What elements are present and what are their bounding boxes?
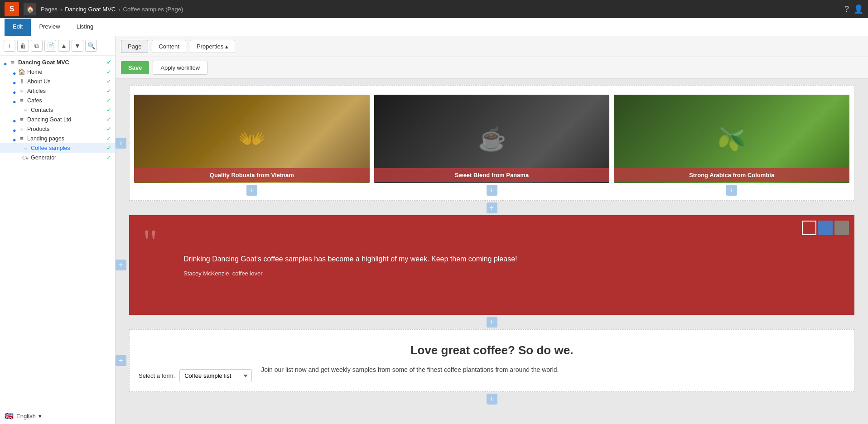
workflow-button[interactable]: Apply workflow [153, 61, 207, 75]
products-tree-icon: ≡ [18, 125, 25, 132]
sidebar-item-articles[interactable]: ● ≡ Articles ✓ [0, 86, 115, 96]
secondary-bar: Edit Preview Listing [0, 18, 868, 36]
card-vietnam-add[interactable]: + [246, 185, 257, 196]
love-form-area: Select a form: Coffee sample list [139, 365, 252, 382]
sidebar: + 🗑 ⧉ 📄 ▲ ▼ 🔍 ● ≡ Dancing Goat MVC ✓ ● 🏠… [0, 36, 116, 424]
color-btn-blue[interactable] [818, 221, 833, 235]
love-section: Love great coffee? So do we. Select a fo… [129, 329, 854, 392]
card-columbia-label: Strong Arabica from Columbia [614, 168, 849, 182]
love-body-text: Join our list now and get weekly samples… [261, 365, 559, 375]
save-button[interactable]: Save [121, 61, 149, 74]
generator-tree-icon: C# [22, 155, 29, 160]
tab-preview[interactable]: Preview [31, 19, 68, 36]
quote-text: Drinking Dancing Goat's coffee samples h… [156, 254, 836, 265]
tab-page[interactable]: Page [121, 40, 148, 53]
sidebar-paste-btn[interactable]: 📄 [44, 40, 56, 52]
main-layout: + 🗑 ⧉ 📄 ▲ ▼ 🔍 ● ≡ Dancing Goat MVC ✓ ● 🏠… [0, 36, 868, 424]
user-icon[interactable]: 👤 [854, 4, 863, 14]
sidebar-item-generator[interactable]: C# Generator ✓ [0, 153, 115, 162]
page-toolbar: Page Content Properties ▴ [116, 36, 868, 57]
sidebar-toolbar: + 🗑 ⧉ 📄 ▲ ▼ 🔍 [0, 36, 115, 56]
language-dropdown-icon: ▾ [39, 413, 42, 419]
sidebar-search-btn[interactable]: 🔍 [85, 40, 97, 52]
add-bottom: + [129, 394, 854, 405]
coffee-tree-icon: ≡ [22, 145, 29, 151]
add-row-btn-2[interactable]: + [487, 317, 497, 328]
sidebar-item-about[interactable]: ● ℹ About Us ✓ [0, 77, 115, 86]
color-btn-gray[interactable] [834, 221, 849, 235]
contacts-tree-icon: ≡ [22, 106, 29, 113]
quote-row: + " Drinking Dancing Goat's coffee sampl… [129, 215, 854, 315]
logo-text: S [10, 5, 14, 13]
sidebar-item-coffee-samples[interactable]: ≡ Coffee samples ✓ [0, 143, 115, 153]
color-btn-red[interactable] [802, 221, 816, 235]
language-bar[interactable]: 🇬🇧 English ▾ [0, 408, 115, 424]
cards-section: Quality Robusta from Vietnam + Sweet Ble… [129, 85, 854, 201]
add-between-cards-quote: + [129, 202, 854, 213]
add-row-btn-1[interactable]: + [487, 202, 497, 213]
form-select-label: Select a form: [139, 372, 175, 379]
topbar: S 🏠 Pages › Dancing Goat MVC › Coffee sa… [0, 0, 868, 18]
landing-tree-icon: ≡ [18, 135, 25, 142]
sidebar-down-btn[interactable]: ▼ [72, 40, 83, 52]
breadcrumb: Pages › Dancing Goat MVC › Coffee sample… [41, 6, 183, 13]
add-row-above-quote[interactable]: + [116, 260, 126, 270]
home-tree-icon: 🏠 [18, 68, 25, 75]
breadcrumb-current: Coffee samples (Page) [123, 6, 183, 13]
sidebar-item-home[interactable]: ● 🏠 Home ✓ [0, 67, 115, 77]
sidebar-delete-btn[interactable]: 🗑 [17, 40, 29, 52]
breadcrumb-separator: › [60, 6, 62, 13]
sidebar-item-landing-pages[interactable]: ● ≡ Landing pages ✓ [0, 134, 115, 143]
quote-mark: " [143, 224, 158, 260]
app-logo[interactable]: S [5, 2, 19, 16]
sidebar-copy-btn[interactable]: ⧉ [31, 40, 43, 52]
sidebar-up-btn[interactable]: ▲ [58, 40, 70, 52]
sidebar-item-dancing-goat-ltd[interactable]: ● ≡ Dancing Goat Ltd ✓ [0, 115, 115, 124]
language-flag: 🇬🇧 [5, 412, 14, 420]
card-panama[interactable]: Sweet Blend from Panama + [374, 95, 610, 196]
root-check: ✓ [106, 59, 111, 66]
add-row-above-love[interactable]: + [116, 355, 126, 366]
about-tree-icon: ℹ [18, 78, 25, 85]
sidebar-item-products[interactable]: ● ≡ Products ✓ [0, 124, 115, 134]
love-row: + Love great coffee? So do we. Select a … [129, 329, 854, 392]
tab-listing[interactable]: Listing [68, 19, 102, 36]
dgl-tree-icon: ≡ [18, 116, 25, 123]
card-columbia[interactable]: Strong Arabica from Columbia + [614, 95, 849, 196]
add-row-above-cards[interactable]: + [116, 138, 126, 149]
help-icon[interactable]: ? [844, 5, 849, 14]
love-bottom: Select a form: Coffee sample list Join o… [139, 365, 845, 382]
tab-edit[interactable]: Edit [5, 19, 31, 36]
card-columbia-add[interactable]: + [726, 185, 737, 196]
love-heading: Love great coffee? So do we. [139, 343, 845, 357]
card-panama-label: Sweet Blend from Panama [374, 168, 610, 182]
quote-section: " Drinking Dancing Goat's coffee samples… [129, 215, 854, 315]
topbar-icons: ? 👤 [844, 4, 863, 14]
content-area: Page Content Properties ▴ Save Apply wor… [116, 36, 868, 424]
quote-attribution: Stacey McKenzie, coffee lover [156, 270, 836, 277]
language-label: English [16, 413, 36, 419]
card-vietnam-label: Quality Robusta from Vietnam [134, 168, 370, 182]
card-vietnam[interactable]: Quality Robusta from Vietnam + [134, 95, 370, 196]
articles-tree-icon: ≡ [18, 87, 25, 94]
breadcrumb-pages[interactable]: Pages [41, 6, 58, 13]
add-row-btn-3[interactable]: + [487, 394, 497, 405]
form-select[interactable]: Coffee sample list [179, 369, 252, 382]
sidebar-item-contacts[interactable]: ≡ Contacts ✓ [0, 105, 115, 115]
cafes-tree-icon: ≡ [18, 97, 25, 104]
home-icon[interactable]: 🏠 [24, 3, 36, 15]
quote-color-buttons [802, 221, 849, 235]
sidebar-item-cafes[interactable]: ● ≡ Cafes ✓ [0, 96, 115, 105]
form-select-row: Select a form: Coffee sample list [139, 369, 252, 382]
sidebar-root-label: Dancing Goat MVC [18, 59, 105, 66]
tab-properties[interactable]: Properties ▴ [190, 40, 235, 53]
sidebar-item-root[interactable]: ● ≡ Dancing Goat MVC ✓ [0, 58, 115, 67]
site-dropdown[interactable]: Dancing Goat MVC [65, 6, 116, 13]
tab-content[interactable]: Content [152, 40, 186, 53]
cards-row: + Quality Robusta from Vietnam + Sweet B… [129, 85, 854, 201]
action-bar: Save Apply workflow [116, 57, 868, 79]
sidebar-add-btn[interactable]: + [4, 40, 15, 52]
sidebar-tree: ● ≡ Dancing Goat MVC ✓ ● 🏠 Home ✓ ● ℹ Ab… [0, 56, 115, 408]
canvas: + Quality Robusta from Vietnam + Sweet B… [116, 79, 868, 410]
card-panama-add[interactable]: + [487, 185, 497, 196]
